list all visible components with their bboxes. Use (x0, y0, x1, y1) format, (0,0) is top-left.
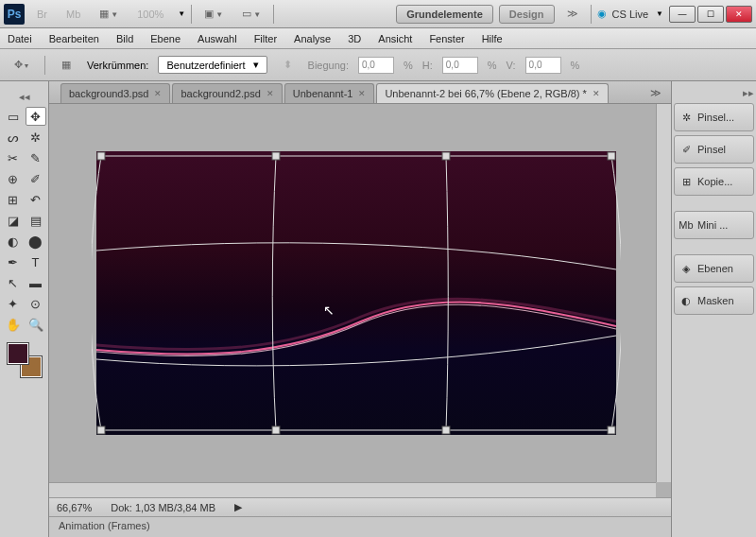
tab-overflow[interactable]: ≫ (641, 83, 671, 103)
close-icon[interactable]: ✕ (593, 89, 600, 98)
workspace-design[interactable]: Design (499, 5, 555, 24)
toolbox: ◂◂ ▭ ✥ ᔕ ✲ ✂ ✎ ⊕ ✐ ⊞ ↶ ◪ ▤ ◐ ⬤ ✒ T ↖ ▬ ✦… (0, 81, 49, 537)
menubar: Datei Bearbeiten Bild Ebene Auswahl Filt… (0, 28, 756, 49)
arrange-button[interactable]: ▣▼ (198, 5, 230, 23)
menu-help[interactable]: Hilfe (482, 33, 503, 44)
clone-icon: ⊞ (679, 174, 694, 189)
menu-image[interactable]: Bild (116, 33, 133, 44)
dodge-tool[interactable]: ⬤ (26, 232, 46, 251)
cursor-icon: ↖ (323, 303, 335, 318)
status-doc[interactable]: Dok: 1,03 MB/3,84 MB (111, 502, 215, 513)
camera-tool[interactable]: ⊙ (26, 294, 46, 313)
brush-icon: ✐ (679, 142, 694, 157)
masks-icon: ◐ (679, 293, 694, 308)
shape-tool[interactable]: ▬ (26, 273, 46, 292)
v-label: V: (507, 60, 516, 71)
warpgrid-icon[interactable]: ▦ (55, 56, 77, 74)
v-input[interactable] (525, 57, 561, 74)
menu-file[interactable]: Datei (8, 33, 32, 44)
menu-3d[interactable]: 3D (348, 33, 361, 44)
minibridge-button[interactable]: Mb (60, 6, 87, 23)
zoom-level[interactable]: 100% (130, 6, 170, 23)
options-bar: ✥▾ ▦ Verkrümmen: Benutzerdefiniert▾ ⬍ Bi… (0, 49, 756, 81)
animation-panel-tab[interactable]: Animation (Frames) (49, 516, 671, 537)
bend-label: Biegung: (308, 60, 349, 71)
mb-icon: Mb (679, 217, 694, 233)
stamp-tool[interactable]: ⊞ (3, 190, 24, 209)
blur-tool[interactable]: ◐ (3, 232, 24, 251)
panel-layers[interactable]: ◈Ebenen (674, 254, 754, 283)
lasso-tool[interactable]: ᔕ (3, 128, 24, 147)
warp-dropdown[interactable]: Benutzerdefiniert▾ (158, 56, 266, 74)
close-icon[interactable]: ✕ (154, 89, 162, 98)
cslive-button[interactable]: CS Live (612, 9, 649, 20)
close-icon[interactable]: ✕ (358, 89, 366, 98)
quickselect-tool[interactable]: ✲ (26, 128, 46, 147)
foreground-swatch[interactable] (8, 343, 28, 364)
color-swatches[interactable] (8, 343, 42, 377)
status-arrow-icon[interactable]: ▶ (234, 501, 242, 513)
status-zoom[interactable]: 66,67% (57, 502, 92, 513)
zoom-tool[interactable]: 🔍 (26, 315, 46, 334)
healing-tool[interactable]: ⊕ (3, 169, 24, 188)
app-logo: Ps (4, 4, 25, 25)
close-button[interactable]: ✕ (726, 6, 752, 23)
tool-preset-icon[interactable]: ✥▾ (8, 56, 35, 74)
menu-view[interactable]: Ansicht (378, 33, 412, 44)
type-tool[interactable]: T (26, 252, 46, 271)
gradient-tool[interactable]: ▤ (26, 211, 46, 230)
bridge-button[interactable]: Br (30, 6, 54, 23)
path-tool[interactable]: ↖ (3, 273, 24, 292)
screenmode-button[interactable]: ▭▼ (235, 5, 267, 23)
tab-0[interactable]: background3.psd✕ (60, 83, 170, 103)
menu-layer[interactable]: Ebene (150, 33, 180, 44)
tab-1[interactable]: background2.psd✕ (172, 83, 282, 103)
history-tool[interactable]: ↶ (26, 190, 46, 209)
workspace-more[interactable]: ≫ (560, 5, 585, 23)
menu-analyse[interactable]: Analyse (294, 33, 331, 44)
tab-3[interactable]: Unbenannt-2 bei 66,7% (Ebene 2, RGB/8) *… (376, 83, 608, 103)
marquee-tool[interactable]: ▭ (3, 107, 24, 126)
dock-collapse[interactable]: ▸▸ (674, 87, 754, 99)
menu-select[interactable]: Auswahl (198, 33, 237, 44)
workspace-essentials[interactable]: Grundelemente (396, 5, 493, 24)
brush-tool[interactable]: ✐ (26, 169, 46, 188)
layers-icon: ◈ (679, 261, 694, 276)
panel-masks[interactable]: ◐Masken (674, 286, 754, 315)
eyedropper-tool[interactable]: ✎ (26, 148, 46, 167)
toolbox-collapse[interactable]: ◂◂ (19, 91, 30, 103)
scrollbar-horizontal[interactable] (49, 482, 656, 497)
warp-orient-icon[interactable]: ⬍ (277, 56, 299, 74)
warp-label: Verkrümmen: (87, 60, 148, 71)
document-tabbar: background3.psd✕ background2.psd✕ Unbena… (49, 81, 671, 104)
canvas-area[interactable]: ↖ (49, 104, 671, 497)
3d-tool[interactable]: ✦ (3, 294, 24, 313)
panel-brush[interactable]: ✐Pinsel (674, 135, 754, 164)
eraser-tool[interactable]: ◪ (3, 211, 24, 230)
h-input[interactable] (442, 57, 478, 74)
maximize-button[interactable]: ☐ (697, 6, 724, 23)
menu-window[interactable]: Fenster (429, 33, 464, 44)
close-icon[interactable]: ✕ (266, 89, 274, 98)
view-extras-button[interactable]: ▦▼ (93, 5, 125, 23)
panel-brushes[interactable]: ✲Pinsel... (674, 103, 754, 131)
menu-edit[interactable]: Bearbeiten (49, 33, 99, 44)
brush-icon: ✲ (679, 110, 694, 125)
minimize-button[interactable]: — (669, 6, 696, 23)
panel-minibridge[interactable]: MbMini ... (674, 211, 754, 239)
right-dock: ▸▸ ✲Pinsel... ✐Pinsel ⊞Kopie... MbMini .… (671, 81, 756, 537)
move-tool[interactable]: ✥ (26, 107, 46, 126)
menu-filter[interactable]: Filter (254, 33, 277, 44)
panel-clone[interactable]: ⊞Kopie... (674, 167, 754, 196)
crop-tool[interactable]: ✂ (3, 148, 24, 167)
canvas-image (96, 151, 616, 435)
tab-2[interactable]: Unbenannt-1✕ (284, 83, 375, 103)
pen-tool[interactable]: ✒ (3, 252, 24, 271)
titlebar: Ps Br Mb ▦▼ 100%▼ ▣▼ ▭▼ Grundelemente De… (0, 0, 756, 28)
scrollbar-vertical[interactable] (656, 104, 671, 482)
hand-tool[interactable]: ✋ (3, 315, 24, 334)
h-label: H: (422, 60, 433, 71)
bend-input[interactable] (358, 57, 394, 74)
statusbar: 66,67% Dok: 1,03 MB/3,84 MB ▶ (49, 497, 671, 516)
